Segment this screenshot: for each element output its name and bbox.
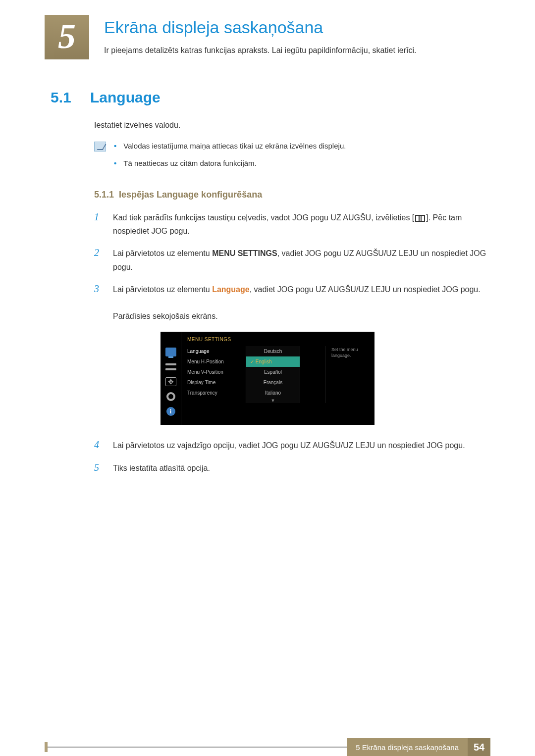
note-item: • Tā neattiecas uz citām datora funkcijā… — [114, 158, 346, 169]
footer-line — [45, 747, 347, 756]
note-text: Tā neattiecas uz citām datora funkcijām. — [123, 158, 256, 169]
step-text: Lai pārvietotos uz vajadzīgo opciju, vad… — [113, 439, 490, 452]
sliders-icon — [165, 362, 176, 371]
step-text: , vadiet JOG pogu UZ AUGŠU/UZ LEJU un no… — [250, 285, 481, 294]
osd-language-item: Deutsch — [246, 346, 300, 356]
osd-sidebar — [160, 332, 181, 425]
step-number: 5 — [94, 461, 104, 475]
step-number: 2 — [94, 247, 104, 273]
step-1: 1 Kad tiek parādīts funkcijas taustiņu c… — [94, 211, 490, 238]
page-footer: 5 Ekrāna displeja saskaņošana 54 — [45, 738, 490, 756]
arrows-icon — [165, 377, 176, 386]
note-text: Valodas iestatījuma maiņa attiecas tikai… — [123, 141, 346, 152]
section-number: 5.1 — [51, 89, 77, 106]
osd-language-item-selected: English — [246, 356, 300, 367]
footer-text: 5 Ekrāna displeja saskaņošana — [347, 738, 468, 756]
step-text: Lai pārvietotos uz elementu — [113, 249, 212, 257]
step-number: 3 — [94, 283, 104, 323]
bullet-icon: • — [114, 158, 116, 169]
step-text: Parādīsies sekojošais ekrāns. — [113, 312, 218, 320]
step-number: 1 — [94, 211, 104, 238]
osd-language-item: Français — [246, 377, 300, 388]
osd-menu-list: Language Menu H-Position Menu V-Position… — [187, 346, 246, 403]
chapter-badge: 5 — [45, 15, 89, 59]
chevron-down-icon: ▼ — [246, 398, 300, 403]
chapter-number: 5 — [58, 16, 76, 57]
step-highlight: Language — [212, 285, 250, 294]
note-block: • Valodas iestatījuma maiņa attiecas tik… — [94, 141, 490, 175]
osd-description: Set the menu language. — [325, 346, 374, 403]
step-text: Kad tiek parādīts funkcijas taustiņu ceļ… — [113, 213, 414, 222]
step-4: 4 Lai pārvietotos uz vajadzīgo opciju, v… — [94, 439, 490, 452]
note-icon — [94, 142, 106, 151]
gear-icon — [166, 392, 175, 401]
section-intro: Iestatiet izvēlnes valodu. — [94, 121, 490, 130]
section-heading: 5.1 Language — [51, 89, 490, 106]
menu-grid-icon — [415, 215, 425, 222]
osd-language-list: Deutsch English Español Français Italian… — [246, 346, 300, 403]
osd-screenshot: MENU SETTINGS Language Menu H-Position M… — [160, 332, 374, 425]
step-bold: MENU SETTINGS — [212, 249, 277, 257]
info-icon — [166, 407, 175, 416]
note-item: • Valodas iestatījuma maiņa attiecas tik… — [114, 141, 346, 152]
footer-decoration — [45, 742, 48, 752]
step-5: 5 Tiks iestatīta atlasītā opcija. — [94, 461, 490, 475]
osd-menu-item: Language — [187, 346, 246, 356]
chapter-title: Ekrāna displeja saskaņošana — [104, 18, 490, 37]
bullet-icon: • — [114, 141, 116, 152]
section-title: Language — [90, 89, 160, 106]
chapter-subtitle: Ir pieejams detalizēts katras funkcijas … — [104, 46, 490, 55]
step-number: 4 — [94, 439, 104, 452]
subsection-title: 5.1.1 Iespējas Language konfigurēšana — [94, 190, 490, 200]
step-2: 2 Lai pārvietotos uz elementu MENU SETTI… — [94, 247, 490, 273]
osd-language-item: Italiano — [246, 388, 300, 398]
osd-menu-item: Display Time — [187, 377, 246, 388]
monitor-icon — [165, 348, 176, 356]
footer-page-number: 54 — [468, 738, 490, 756]
osd-menu-item: Menu V-Position — [187, 367, 246, 377]
osd-menu-item: Menu H-Position — [187, 356, 246, 367]
step-3: 3 Lai pārvietotos uz elementu Language, … — [94, 283, 490, 323]
step-text: Tiks iestatīta atlasītā opcija. — [113, 461, 490, 475]
osd-header: MENU SETTINGS — [187, 337, 374, 342]
osd-menu-item: Transparency — [187, 388, 246, 398]
step-text: Lai pārvietotos uz elementu — [113, 285, 212, 294]
osd-language-item: Español — [246, 367, 300, 377]
chapter-header: 5 Ekrāna displeja saskaņošana Ir pieejam… — [45, 15, 490, 59]
